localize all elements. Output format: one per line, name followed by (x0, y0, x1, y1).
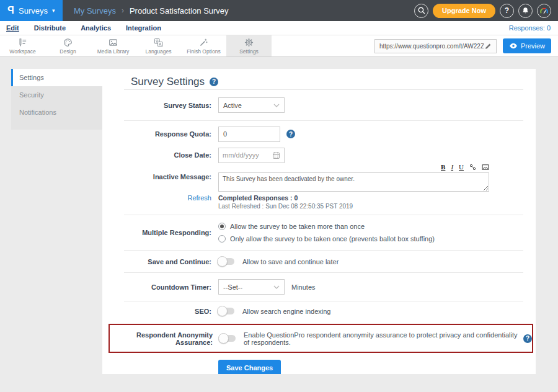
panel-title-row: Survey Settings ? (102, 69, 536, 89)
richtext-toolbar: B I U (218, 163, 489, 171)
breadcrumb-my-surveys[interactable]: My Surveys (74, 6, 116, 16)
tab-finish-options[interactable]: Finish Options (181, 35, 226, 56)
countdown-timer-value: --Set-- (223, 283, 242, 291)
anonymity-toggle[interactable] (219, 335, 236, 342)
tab-label: Finish Options (187, 48, 220, 55)
tab-label: Workspace (9, 48, 35, 55)
sidebar-item-security[interactable]: Security (11, 86, 102, 104)
search-button[interactable] (414, 4, 428, 18)
inactive-message-input[interactable]: This Survey has been deactivated by the … (218, 172, 489, 192)
translate-icon (154, 38, 163, 47)
question-mark-icon: ? (505, 6, 509, 15)
radio-unselected-icon[interactable] (218, 235, 226, 243)
tab-label: Languages (145, 48, 171, 55)
image-icon (108, 38, 118, 47)
insert-image-button[interactable] (482, 164, 489, 171)
breadcrumb-separator-icon: › (122, 6, 124, 15)
edit-url-button[interactable] (484, 42, 493, 50)
surveys-app-menu[interactable]: P Surveys ▾ (0, 0, 63, 21)
close-date-input[interactable] (223, 151, 272, 159)
survey-status-value: Active (223, 102, 242, 109)
inactive-message-row: Inactive Message: B I U (102, 163, 536, 192)
response-quota-input[interactable] (218, 127, 280, 142)
search-icon (417, 6, 426, 15)
chevron-down-icon (273, 104, 280, 107)
countdown-timer-select[interactable]: --Set-- (218, 279, 285, 295)
underline-button[interactable]: U (459, 164, 464, 171)
tab-settings[interactable]: Settings (226, 35, 272, 56)
settings-sidebar: Settings Security Notifications (11, 69, 102, 130)
close-date-field (218, 148, 285, 163)
countdown-timer-row: Countdown Timer: --Set-- Minutes (102, 273, 536, 301)
seo-row: SEO: Allow search engine indexing (102, 301, 536, 321)
radio-selected-icon[interactable] (218, 223, 226, 230)
toolbar-right: Preview (374, 35, 558, 56)
tab-media-library[interactable]: Media Library (91, 35, 136, 56)
refresh-link[interactable]: Refresh (187, 194, 211, 202)
preview-button[interactable]: Preview (503, 38, 551, 53)
workspace-icon (18, 38, 27, 47)
nav-tab-edit[interactable]: Edit (6, 24, 19, 32)
page-title: Survey Settings (131, 76, 205, 88)
calendar-icon[interactable] (272, 151, 280, 159)
response-quota-row: Response Quota: ? (102, 121, 536, 147)
completed-responses-text: Completed Responses : 0 (218, 194, 536, 202)
survey-url-box (374, 39, 497, 53)
eye-icon (509, 43, 518, 49)
sidebar-item-notifications[interactable]: Notifications (11, 104, 102, 121)
help-button[interactable]: ? (500, 4, 514, 18)
save-row: Save Changes (102, 353, 536, 374)
breadcrumb-current-survey: Product Satisfaction Survey (130, 6, 229, 16)
radio-option-label: Only allow the survey to be taken once (… (230, 235, 435, 243)
product-menu-label: Surveys (19, 6, 48, 16)
gauge-icon (539, 6, 549, 16)
save-and-continue-row: Save and Continue: Allow to save and con… (102, 251, 536, 272)
preview-label: Preview (521, 42, 545, 50)
response-quota-help-icon[interactable]: ? (286, 130, 295, 138)
multiple-responding-row: Multiple Responding: Allow the survey to… (102, 215, 536, 250)
survey-settings-panel: Survey Settings ? Survey Status: Active … (102, 69, 536, 374)
save-changes-button[interactable]: Save Changes (218, 360, 281, 374)
bold-button[interactable]: B (441, 164, 445, 171)
edit-toolbar: Workspace Design Media Library Languages… (0, 35, 558, 57)
nav-tab-analytics[interactable]: Analytics (81, 24, 111, 32)
palette-icon (63, 38, 73, 47)
sidebar-item-label: Notifications (19, 109, 56, 116)
italic-button[interactable]: I (451, 164, 453, 171)
seo-description: Allow search engine indexing (242, 308, 330, 315)
close-date-row: Close Date: (102, 147, 536, 163)
radio-option-multiple-allowed[interactable]: Allow the survey to be taken more than o… (218, 223, 365, 230)
chevron-down-icon: ▾ (52, 7, 55, 14)
seo-toggle[interactable] (218, 308, 234, 314)
dashboard-gauge-button[interactable] (537, 4, 551, 18)
tab-label: Design (60, 48, 76, 55)
survey-settings-help-icon[interactable]: ? (210, 78, 218, 86)
link-icon (469, 164, 476, 171)
tab-label: Media Library (97, 48, 130, 55)
insert-link-button[interactable] (469, 164, 476, 171)
radio-option-once-only[interactable]: Only allow the survey to be taken once (… (218, 235, 435, 243)
tab-workspace[interactable]: Workspace (0, 35, 45, 56)
seo-label: SEO: (102, 308, 218, 315)
notifications-button[interactable] (518, 4, 533, 18)
sidebar-item-settings[interactable]: Settings (11, 69, 102, 86)
responses-count[interactable]: Responses: 0 (509, 24, 551, 32)
nav-tab-distribute[interactable]: Distribute (34, 24, 66, 32)
anonymity-label: Respondent Anonymity Assurance: (110, 331, 219, 346)
breadcrumb: My Surveys › Product Satisfaction Survey (74, 6, 229, 16)
content-area: Settings Security Notifications Survey S… (0, 57, 558, 392)
tab-design[interactable]: Design (45, 35, 91, 56)
nav-tab-integration[interactable]: Integration (126, 24, 161, 32)
top-header: P Surveys ▾ My Surveys › Product Satisfa… (0, 0, 558, 21)
chevron-down-icon (273, 285, 280, 289)
bell-icon (521, 7, 529, 15)
magic-wand-icon (199, 38, 208, 47)
save-and-continue-toggle[interactable] (218, 258, 234, 265)
survey-status-select[interactable]: Active (218, 97, 285, 113)
responses-summary-row: Refresh Completed Responses : 0 Last Ref… (102, 192, 536, 215)
tab-languages[interactable]: Languages (136, 35, 181, 56)
upgrade-now-button[interactable]: Upgrade Now (433, 4, 495, 18)
anonymity-help-icon[interactable]: ? (523, 334, 532, 343)
survey-url-input[interactable] (379, 43, 484, 50)
save-and-continue-label: Save and Continue: (102, 258, 218, 265)
